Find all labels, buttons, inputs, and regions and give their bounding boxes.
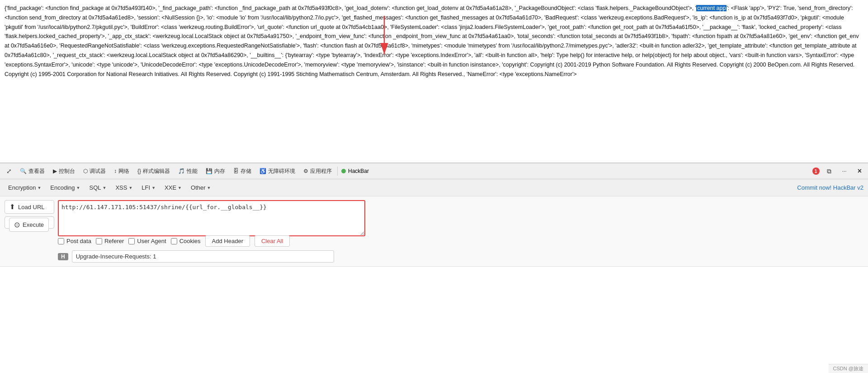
other-label: Other [191, 184, 206, 191]
hackbar-body: ⬆ Load URL ✂ Split URL http://61.147.171… [0, 196, 868, 266]
load-url-icon: ⬆ [9, 203, 15, 211]
encoding-menu[interactable]: Encoding ▼ [47, 183, 84, 192]
execute-button[interactable]: ⊙ Execute [9, 218, 49, 232]
devtools-memory-btn[interactable]: 💾 内存 [202, 166, 229, 177]
xxe-menu[interactable]: XXE ▼ [161, 183, 185, 192]
hackbar-menu: Encryption ▼ Encoding ▼ SQL ▼ XSS ▼ LFI … [0, 179, 868, 196]
hackbar-tab[interactable]: HackBar [341, 168, 369, 174]
post-data-checkbox[interactable] [58, 238, 64, 244]
application-icon: ⚙ [303, 168, 308, 174]
user-agent-checkbox-label[interactable]: User Agent [128, 238, 166, 244]
lfi-chevron-icon: ▼ [151, 186, 156, 190]
devtools-style-btn[interactable]: {} 样式编辑器 [134, 166, 174, 177]
other-menu[interactable]: Other ▼ [187, 183, 214, 192]
content-text: {'find_package': <function find_package … [5, 5, 859, 77]
devtools-right-actions: 1 ⧉ ··· × [812, 166, 865, 177]
xss-label: XSS [115, 184, 127, 191]
load-url-button[interactable]: ⬆ Load URL [5, 200, 54, 214]
sql-menu[interactable]: SQL ▼ [85, 183, 110, 192]
hackbar-url-row: ⬆ Load URL ✂ Split URL http://61.147.171… [5, 200, 863, 238]
viewer-icon: 🔍 [20, 168, 27, 174]
post-data-checkbox-label[interactable]: Post data [58, 238, 91, 244]
viewer-label: 查看器 [28, 167, 45, 175]
footer: CSDN @旅途 [829, 364, 868, 373]
user-agent-label: User Agent [137, 238, 166, 244]
devtools-inspector-btn[interactable]: ⤢ [3, 166, 15, 176]
encryption-menu[interactable]: Encryption ▼ [5, 183, 45, 192]
clear-all-button[interactable]: Clear All [255, 235, 290, 247]
post-data-label: Post data [66, 238, 91, 244]
console-label: 控制台 [59, 167, 75, 175]
url-input[interactable]: http://61.147.171.105:51437/shrine/{{url… [58, 200, 365, 236]
devtools-viewer-btn[interactable]: 🔍 查看器 [16, 166, 48, 177]
referer-checkbox[interactable] [96, 238, 102, 244]
load-url-label: Load URL [18, 204, 45, 210]
hackbar-header-row: H [58, 250, 863, 263]
devtools-separator [337, 167, 338, 176]
devtools-responsive-btn[interactable]: ⧉ [823, 166, 835, 177]
devtools-storage-btn[interactable]: 🗄 存储 [230, 166, 255, 177]
accessibility-icon: ♿ [259, 168, 266, 174]
execute-label: Execute [23, 221, 44, 228]
sql-chevron-icon: ▼ [103, 186, 107, 190]
user-agent-checkbox[interactable] [128, 238, 135, 244]
red-arrow-icon [362, 14, 416, 68]
xxe-label: XXE [165, 184, 176, 191]
add-header-button[interactable]: Add Header [205, 235, 250, 247]
console-icon: ▶ [53, 168, 57, 174]
commit-label: Commit now! HackBar v2 [797, 184, 863, 191]
highlighted-text: current app [696, 5, 726, 11]
url-textarea-container: http://61.147.171.105:51437/shrine/{{url… [58, 200, 863, 238]
debugger-icon: ⬡ [83, 168, 88, 174]
encoding-chevron-icon: ▼ [76, 186, 80, 190]
xxe-chevron-icon: ▼ [178, 186, 182, 190]
application-label: 应用程序 [310, 167, 332, 175]
inspector-icon: ⤢ [6, 167, 12, 175]
memory-icon: 💾 [206, 168, 212, 174]
encryption-label: Encryption [8, 184, 36, 191]
devtools-more-btn[interactable]: ··· [839, 167, 850, 176]
header-badge: H [58, 253, 68, 260]
execute-icon: ⊙ [14, 220, 20, 229]
devtools-application-btn[interactable]: ⚙ 应用程序 [300, 166, 335, 177]
encryption-chevron-icon: ▼ [37, 186, 41, 190]
cookies-checkbox[interactable] [171, 238, 177, 244]
hackbar-panel: Encryption ▼ Encoding ▼ SQL ▼ XSS ▼ LFI … [0, 179, 868, 267]
style-label: 样式编辑器 [143, 167, 170, 175]
sql-label: SQL [89, 184, 101, 191]
devtools-perf-btn[interactable]: 🎵 性能 [175, 166, 201, 177]
lfi-menu[interactable]: LFI ▼ [138, 183, 159, 192]
hackbar-dot-icon [341, 169, 346, 173]
devtools-close-btn[interactable]: × [854, 166, 865, 177]
perf-label: 性能 [187, 167, 198, 175]
xss-chevron-icon: ▼ [128, 186, 132, 190]
lfi-label: LFI [142, 184, 150, 191]
devtools-console-btn[interactable]: ▶ 控制台 [49, 166, 79, 177]
devtools-accessibility-btn[interactable]: ♿ 无障碍环境 [256, 166, 299, 177]
debugger-label: 调试器 [90, 167, 106, 175]
header-input[interactable] [72, 250, 334, 263]
hackbar-label: HackBar [348, 168, 369, 174]
devtools-toolbar: ⤢ 🔍 查看器 ▶ 控制台 ⬡ 调试器 ↕ 网络 {} 样式编辑器 🎵 性能 💾… [0, 163, 868, 179]
page-content: {'find_package': <function find_package … [0, 0, 868, 163]
cookies-label: Cookies [179, 238, 201, 244]
footer-text: CSDN @旅途 [833, 366, 863, 371]
network-label: 网络 [118, 167, 129, 175]
accessibility-label: 无障碍环境 [268, 167, 295, 175]
storage-icon: 🗄 [233, 168, 239, 174]
other-chevron-icon: ▼ [207, 186, 211, 190]
memory-label: 内存 [214, 167, 225, 175]
storage-label: 存储 [241, 167, 251, 175]
devtools-debugger-btn[interactable]: ⬡ 调试器 [80, 166, 109, 177]
cookies-checkbox-label[interactable]: Cookies [171, 238, 201, 244]
network-icon: ↕ [114, 168, 117, 174]
devtools-network-btn[interactable]: ↕ 网络 [110, 166, 133, 177]
referer-label: Referer [104, 238, 124, 244]
style-icon: {} [137, 168, 141, 174]
perf-icon: 🎵 [178, 168, 185, 174]
referer-checkbox-label[interactable]: Referer [96, 238, 124, 244]
encoding-label: Encoding [50, 184, 75, 191]
xss-menu[interactable]: XSS ▼ [112, 183, 136, 192]
notification-badge: 1 [812, 167, 820, 175]
